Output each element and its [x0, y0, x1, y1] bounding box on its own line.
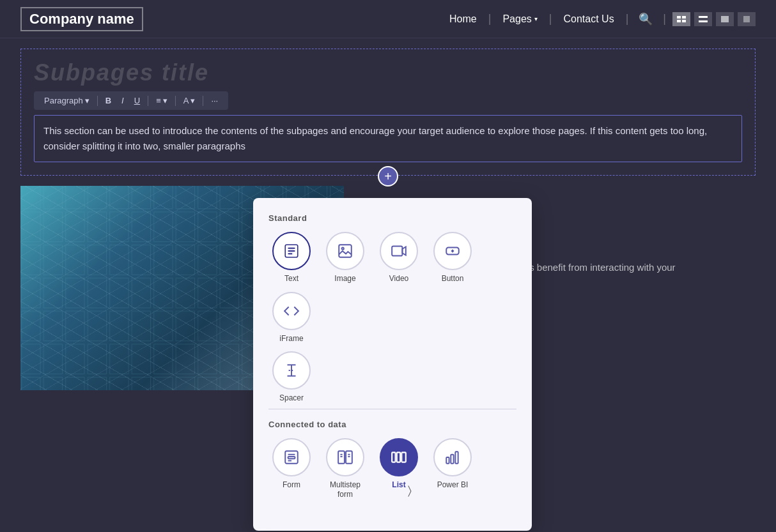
toolbar-divider-4 [203, 96, 203, 106]
popup-connected-grid: Form Multistep form [268, 438, 516, 500]
nav-view-icons [666, 12, 756, 26]
list-icon-circle [380, 438, 418, 476]
chevron-down-icon: ▾ [534, 15, 538, 22]
nav-home[interactable]: Home [438, 13, 488, 25]
popup-item-powerbi[interactable]: Power BI [430, 438, 476, 500]
popup-divider [268, 409, 516, 409]
svg-rect-7 [743, 16, 750, 22]
popup-multistep-label: Multistep form [322, 480, 368, 500]
popup-item-button[interactable]: Button [430, 232, 476, 284]
underline-button[interactable]: U [129, 94, 145, 107]
svg-rect-38 [397, 452, 400, 462]
svg-rect-31 [338, 451, 345, 464]
popup-iframe-label: iFrame [279, 334, 303, 344]
svg-rect-6 [721, 16, 729, 22]
popup-connected-label: Connected to data [268, 420, 516, 429]
popup-list-label: List [392, 480, 405, 490]
view-icon-4[interactable] [738, 12, 756, 26]
text-icon-circle [272, 232, 311, 270]
svg-rect-37 [392, 452, 395, 462]
popup-standard-label: Standard [268, 213, 516, 223]
search-icon[interactable]: 🔍 [628, 12, 663, 26]
view-icon-3[interactable] [716, 12, 734, 26]
popup-spacer-label: Spacer [279, 393, 304, 404]
button-icon-circle [433, 232, 472, 270]
popup-spacer-grid: Spacer [268, 351, 516, 404]
paragraph-selector[interactable]: Paragraph ▾ [39, 94, 95, 107]
svg-rect-0 [677, 16, 681, 19]
svg-marker-19 [402, 247, 405, 255]
svg-rect-5 [699, 20, 708, 22]
popup-text-label: Text [284, 274, 299, 284]
form-icon-circle [272, 438, 311, 476]
chevron-down-icon: ▾ [163, 96, 167, 105]
popup-item-image[interactable]: Image [322, 232, 368, 284]
multistep-icon-circle [326, 438, 364, 476]
editable-section: Subpages title Paragraph ▾ B I U ≡ ▾ A ▾… [20, 49, 756, 176]
svg-rect-41 [451, 454, 453, 463]
popup-form-label: Form [283, 480, 300, 490]
toolbar-divider-3 [175, 96, 176, 106]
svg-rect-1 [682, 16, 686, 19]
svg-rect-39 [401, 452, 406, 462]
popup-item-list[interactable]: List [376, 438, 422, 500]
align-button[interactable]: ≡ ▾ [151, 94, 173, 107]
view-icon-2[interactable] [694, 12, 712, 26]
spacer-icon-circle [272, 351, 311, 390]
svg-rect-3 [682, 20, 686, 22]
popup-item-text[interactable]: Text [268, 232, 314, 284]
popup-item-iframe[interactable]: iFrame [268, 292, 314, 344]
toolbar-divider-1 [97, 96, 98, 106]
popup-item-form[interactable]: Form [268, 438, 314, 500]
popup-button-label: Button [442, 274, 464, 284]
popup-image-label: Image [334, 274, 355, 284]
svg-point-17 [342, 248, 344, 250]
svg-rect-16 [339, 245, 352, 257]
video-icon-circle [380, 232, 418, 270]
popup-item-video[interactable]: Video [376, 232, 422, 284]
popup-video-label: Video [389, 274, 408, 284]
powerbi-icon-circle [433, 438, 472, 476]
popup-powerbi-label: Power BI [437, 480, 469, 490]
nav-contact[interactable]: Contact Us [552, 13, 625, 25]
block-insert-popup: Standard Text [253, 198, 532, 531]
svg-rect-27 [285, 451, 298, 464]
svg-rect-40 [446, 457, 449, 464]
svg-rect-15 [290, 247, 294, 255]
iframe-icon-circle [272, 292, 311, 330]
text-content-block[interactable]: This section can be used to introduce th… [34, 115, 742, 162]
nav-pages[interactable]: Pages ▾ [491, 13, 548, 25]
chevron-down-icon: ▾ [190, 96, 195, 105]
navbar: Company name Home | Pages ▾ | Contact Us… [0, 0, 776, 38]
brand-name[interactable]: Company name [20, 7, 143, 31]
image-icon-circle [326, 232, 364, 270]
add-block-button[interactable]: + [378, 166, 398, 186]
svg-rect-42 [455, 452, 458, 463]
more-options-button[interactable]: ··· [206, 94, 223, 107]
popup-item-spacer[interactable]: Spacer [268, 351, 314, 404]
svg-rect-29 [288, 457, 295, 459]
chevron-down-icon: ▾ [85, 96, 89, 105]
format-toolbar: Paragraph ▾ B I U ≡ ▾ A ▾ ··· [34, 91, 228, 110]
font-color-button[interactable]: A ▾ [178, 94, 201, 107]
popup-standard-grid: Text Image Video [268, 232, 516, 344]
section-heading-placeholder: Subpages title [34, 59, 742, 86]
popup-item-multistep[interactable]: Multistep form [322, 438, 368, 500]
nav-links: Home | Pages ▾ | Contact Us | 🔍 | [438, 12, 756, 26]
svg-rect-4 [699, 16, 708, 18]
svg-rect-2 [677, 20, 681, 22]
toolbar-divider-2 [148, 96, 148, 106]
svg-rect-32 [346, 451, 352, 464]
view-icon-1[interactable] [672, 12, 690, 26]
italic-button[interactable]: I [116, 94, 129, 107]
bold-button[interactable]: B [100, 94, 116, 107]
svg-rect-18 [392, 246, 402, 255]
